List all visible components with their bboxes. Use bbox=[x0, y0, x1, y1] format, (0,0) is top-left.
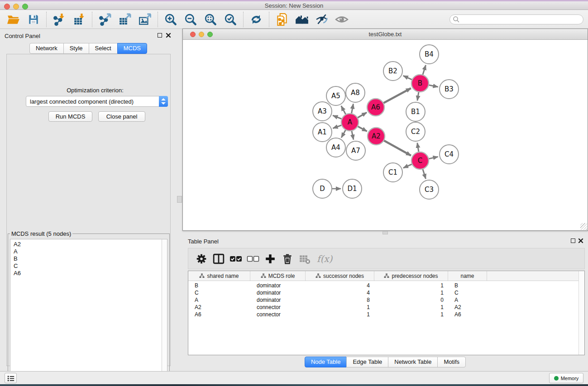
refresh-icon[interactable] bbox=[249, 12, 264, 27]
table-cell: 1 bbox=[306, 311, 374, 318]
function-builder-icon[interactable]: f(x) bbox=[317, 253, 332, 264]
close-panel-button[interactable]: Close panel bbox=[98, 111, 145, 122]
graph-node-A2[interactable]: A2 bbox=[368, 128, 385, 145]
import-table-icon[interactable] bbox=[72, 12, 87, 27]
zoom-out-icon[interactable] bbox=[183, 12, 198, 27]
table-cell: 4 bbox=[306, 290, 374, 296]
save-session-icon[interactable] bbox=[26, 12, 41, 27]
network-window-title: testGlobe.txt bbox=[183, 31, 588, 38]
column-header-shared-name[interactable]: shared name bbox=[188, 271, 250, 281]
graph-node-D[interactable]: D bbox=[313, 179, 332, 198]
close-panel-icon[interactable] bbox=[166, 33, 171, 38]
add-icon[interactable] bbox=[263, 252, 277, 266]
export-table-icon[interactable] bbox=[117, 12, 133, 27]
gear-icon[interactable] bbox=[195, 252, 208, 266]
table-row[interactable]: A6connector11A6 bbox=[188, 311, 584, 318]
run-mcds-button[interactable]: Run MCDS bbox=[48, 111, 92, 122]
tab-edge-table[interactable]: Edge Table bbox=[346, 357, 388, 367]
table-row[interactable]: Bdominator41B bbox=[188, 282, 584, 289]
eye-icon[interactable] bbox=[334, 12, 349, 27]
copy-network-icon[interactable] bbox=[274, 12, 290, 27]
network-window-titlebar[interactable]: testGlobe.txt bbox=[183, 29, 588, 40]
graph-node-D1[interactable]: D1 bbox=[343, 179, 362, 198]
open-folder-icon[interactable] bbox=[6, 12, 21, 27]
graph-node-C3[interactable]: C3 bbox=[420, 180, 439, 199]
graph-node-A5[interactable]: A5 bbox=[326, 86, 345, 105]
graph-node-C[interactable]: C bbox=[411, 152, 429, 169]
svg-text:A8: A8 bbox=[351, 89, 360, 97]
graph-node-B3[interactable]: B3 bbox=[440, 80, 459, 99]
export-image-icon[interactable] bbox=[137, 12, 153, 27]
float-panel-icon[interactable] bbox=[158, 33, 162, 38]
network-canvas[interactable]: B4B2BB3A8A5A6A3B1AA1C2A2A4A7C4CC1C3DD1 bbox=[183, 40, 588, 230]
export-network-icon[interactable] bbox=[97, 12, 113, 27]
graph-node-C1[interactable]: C1 bbox=[383, 163, 402, 182]
toolbar-separator bbox=[46, 12, 47, 27]
column-header-predecessor-nodes[interactable]: predecessor nodes bbox=[374, 271, 448, 281]
graph-node-B1[interactable]: B1 bbox=[406, 102, 425, 121]
columns-icon[interactable] bbox=[212, 252, 225, 266]
result-list-scrollbar[interactable] bbox=[162, 239, 167, 386]
column-header-successor-nodes[interactable]: successor nodes bbox=[306, 271, 374, 281]
mcds-result-item[interactable]: A6 bbox=[14, 270, 162, 277]
graph-node-A6[interactable]: A6 bbox=[367, 99, 384, 116]
optimization-criterion-dropdown[interactable]: largest connected component (directed) bbox=[26, 96, 168, 107]
tab-network-table[interactable]: Network Table bbox=[388, 357, 438, 367]
optimization-criterion-label: Optimization criterion: bbox=[7, 87, 183, 94]
tab-style[interactable]: Style bbox=[63, 43, 89, 54]
dropdown-stepper-icon[interactable] bbox=[159, 96, 168, 107]
table-row[interactable]: Cdominator41C bbox=[188, 289, 584, 296]
tab-motifs[interactable]: Motifs bbox=[437, 357, 466, 367]
graph-node-A8[interactable]: A8 bbox=[346, 83, 365, 102]
graph-node-B2[interactable]: B2 bbox=[383, 62, 402, 81]
graph-node-A4[interactable]: A4 bbox=[326, 138, 345, 157]
table-row[interactable]: Adominator80A bbox=[188, 296, 584, 304]
tree-icon bbox=[316, 273, 321, 278]
search-input[interactable] bbox=[449, 14, 583, 24]
svg-text:B2: B2 bbox=[388, 67, 397, 75]
zoom-selected-icon[interactable] bbox=[223, 12, 238, 27]
graph-node-A7[interactable]: A7 bbox=[346, 141, 365, 160]
graph-node-B[interactable]: B bbox=[411, 75, 429, 92]
horizontal-divider-grip[interactable] bbox=[382, 231, 388, 234]
mcds-result-list[interactable]: A2ABCA6 bbox=[10, 239, 162, 386]
graph-node-A1[interactable]: A1 bbox=[313, 123, 332, 142]
tab-select[interactable]: Select bbox=[89, 43, 118, 54]
network-view-window[interactable]: testGlobe.txt B4B2BB3A8A5A6A3B1AA1C2A2A4… bbox=[182, 29, 588, 231]
table-scrollbar[interactable] bbox=[578, 271, 584, 355]
houses-icon[interactable] bbox=[294, 12, 310, 27]
graph-node-C2[interactable]: C2 bbox=[406, 122, 425, 141]
table-float-panel-icon[interactable] bbox=[571, 238, 575, 243]
checkboxes-checked-icon[interactable] bbox=[229, 252, 243, 266]
trash-icon[interactable] bbox=[281, 252, 294, 266]
eye-slash-icon[interactable] bbox=[314, 12, 330, 27]
tab-mcds[interactable]: MCDS bbox=[117, 43, 147, 54]
mcds-result-item[interactable]: B bbox=[14, 255, 162, 262]
tab-network[interactable]: Network bbox=[29, 43, 64, 54]
table-cell: dominator bbox=[250, 290, 306, 296]
window-titlebar[interactable]: Session: New Session bbox=[0, 1, 588, 10]
svg-text:B4: B4 bbox=[425, 50, 434, 58]
checkboxes-unchecked-icon[interactable] bbox=[246, 252, 260, 266]
import-network-icon[interactable] bbox=[52, 12, 67, 27]
vertical-divider-grip[interactable] bbox=[177, 196, 182, 203]
zoom-in-icon[interactable] bbox=[163, 12, 178, 27]
mcds-result-item[interactable]: A2 bbox=[14, 241, 162, 248]
mcds-result-item[interactable]: C bbox=[14, 262, 162, 270]
window-resize-grip[interactable] bbox=[580, 223, 587, 230]
column-header-name[interactable]: name bbox=[448, 271, 487, 281]
graph-node-B4[interactable]: B4 bbox=[420, 45, 439, 64]
task-history-button[interactable] bbox=[5, 373, 17, 383]
graph-node-A3[interactable]: A3 bbox=[313, 102, 332, 121]
memory-button[interactable]: Memory bbox=[549, 373, 583, 383]
table-row[interactable]: A2connector11A2 bbox=[188, 304, 584, 311]
mcds-result-item[interactable]: A bbox=[14, 248, 162, 255]
tab-node-table[interactable]: Node Table bbox=[305, 357, 347, 367]
table-close-panel-icon[interactable] bbox=[578, 238, 583, 243]
zoom-fit-icon[interactable] bbox=[203, 12, 218, 27]
column-header-MCDS-role[interactable]: MCDS role bbox=[250, 271, 306, 281]
graph-node-C4[interactable]: C4 bbox=[440, 145, 459, 164]
table-delete-icon[interactable] bbox=[298, 252, 311, 266]
node-table[interactable]: shared nameMCDS rolesuccessor nodesprede… bbox=[188, 271, 585, 355]
graph-node-A[interactable]: A bbox=[341, 114, 359, 131]
